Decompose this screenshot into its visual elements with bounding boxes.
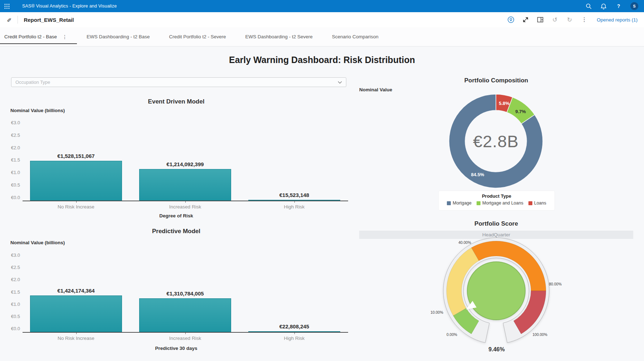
portfolio-score-title: Portfolio Score — [358, 220, 634, 227]
x-axis-tick — [185, 333, 186, 334]
donut-center-total: €2.8B — [473, 131, 519, 151]
tab-ews-dashboarding-t2-severe[interactable]: EWS Dashboarding - t2 Severe — [236, 27, 322, 46]
apps-grid-icon[interactable] — [1, 0, 13, 12]
tab-credit-portfolio-t2-severe[interactable]: Credit Portfolio t2 - Severe — [159, 27, 235, 46]
tab-label: Credit Portfolio t2 - Base — [4, 34, 57, 39]
bar-no-risk-increase[interactable] — [30, 161, 122, 201]
chevron-down-icon — [338, 81, 342, 84]
notifications-bell-icon[interactable] — [600, 3, 607, 9]
y-axis-tick-label: €1.0 — [0, 302, 20, 307]
legend-items: MortgageMortgage and LoansLoans — [439, 201, 555, 206]
tab-label: EWS Dashboarding - t2 Base — [87, 34, 150, 39]
x-axis-tick — [76, 333, 77, 334]
donut-slice-label: 84.5% — [471, 172, 484, 177]
gauge-tick-label: 80.00% — [549, 282, 562, 286]
legend-swatch — [528, 201, 532, 205]
gauge-tick-label: 100.00% — [532, 332, 547, 337]
panel-toggle-icon[interactable] — [537, 16, 544, 23]
x-axis-tick — [294, 333, 295, 334]
tab-label: EWS Dashboarding - t2 Severe — [245, 34, 313, 39]
bar-value-label: €15,523,148 — [248, 192, 341, 198]
chart-title: Predictive Model — [0, 228, 352, 235]
gauge-value: 9.46% — [488, 346, 504, 353]
bar-no-risk-increase[interactable] — [30, 295, 122, 332]
legend-item-mortgage[interactable]: Mortgage — [447, 201, 472, 206]
tab-scenario-comparison[interactable]: Scenario Comparison — [322, 27, 388, 46]
donut-slice-label: 9.7% — [515, 109, 526, 114]
bar-high-risk[interactable] — [248, 331, 340, 332]
legend-item-mortgage-and-loans[interactable]: Mortgage and Loans — [477, 201, 523, 206]
y-axis-tick-label: €2.0 — [0, 145, 20, 150]
tab-credit-portfolio-t2-base[interactable]: Credit Portfolio t2 - Base ⋮ — [0, 27, 77, 46]
tab-menu-icon[interactable]: ⋮ — [62, 34, 67, 40]
portfolio-score-gauge[interactable] — [439, 234, 553, 348]
x-axis-title: Predictive 30 days — [0, 346, 352, 351]
x-axis-category-label: No Risk Increase — [33, 204, 119, 210]
bar-high-risk[interactable] — [248, 200, 340, 201]
undo-icon[interactable]: ↺ — [551, 16, 558, 23]
x-axis-tick — [185, 201, 186, 203]
gauge-tick-label: 0.00% — [447, 332, 457, 337]
x-axis-tick — [294, 201, 295, 203]
x-axis-title: Degree of Risk — [0, 213, 352, 218]
legend-swatch — [477, 201, 480, 205]
fullscreen-expand-icon[interactable] — [522, 16, 529, 23]
y-axis-tick-label: €1.5 — [0, 157, 20, 163]
bar-value-label: €1,424,174,364 — [30, 288, 123, 294]
bar-value-label: €1,528,151,067 — [30, 153, 123, 159]
y-axis-tick-label: €0.5 — [0, 182, 20, 188]
donut-legend: Product Type MortgageMortgage and LoansL… — [439, 191, 555, 210]
x-axis-category-label: High Risk — [252, 204, 337, 210]
y-axis-title: Nominal Value (billions) — [10, 108, 65, 113]
bar-increased-risk[interactable] — [139, 169, 231, 201]
top-app-bar: SAS® Visual Analytics - Explore and Visu… — [0, 0, 644, 12]
y-axis-tick-label: €0.0 — [0, 326, 20, 331]
tab-label: Credit Portfolio t2 - Severe — [169, 34, 226, 39]
report-toolbar-actions: ↺ ↻ ⋮ Opened reports (1) — [507, 16, 638, 23]
legend-label: Mortgage — [453, 201, 472, 206]
donut-measure-label: Nominal Value — [359, 87, 392, 92]
page-title: Early Warning Dashboard: Risk Distributi… — [0, 55, 644, 65]
opened-reports-link[interactable]: Opened reports (1) — [597, 17, 638, 23]
topbar-actions: ? S — [585, 2, 638, 10]
app-title: SAS® Visual Analytics - Explore and Visu… — [22, 4, 117, 9]
y-axis-tick-label: €2.0 — [0, 277, 20, 282]
tab-ews-dashboarding-t2-base[interactable]: EWS Dashboarding - t2 Base — [77, 27, 159, 46]
y-axis-tick-label: €2.5 — [0, 265, 20, 270]
more-options-icon[interactable]: ⋮ — [581, 16, 588, 23]
y-axis-tick-label: €0.0 — [0, 195, 20, 200]
event-driven-model-chart: Event Driven Model Nominal Value (billio… — [0, 97, 352, 223]
portfolio-composition-title: Portfolio Composition — [358, 77, 634, 84]
gauge-tick-label: 40.00% — [458, 240, 471, 245]
x-axis-category-label: High Risk — [252, 336, 337, 341]
help-icon[interactable]: ? — [615, 3, 622, 9]
tab-label: Scenario Comparison — [332, 34, 379, 39]
y-axis-tick-label: €0.5 — [0, 314, 20, 319]
y-axis-tick-label: €3.0 — [0, 252, 20, 258]
x-axis-category-label: No Risk Increase — [33, 336, 119, 341]
legend-title: Product Type — [439, 193, 555, 199]
y-axis-title: Nominal Value (billions) — [10, 240, 65, 245]
legend-label: Loans — [534, 201, 546, 206]
user-avatar[interactable]: S — [630, 2, 638, 10]
donut-slice-label: 5.8% — [499, 101, 509, 106]
bar-value-label: €1,310,784,005 — [139, 290, 232, 297]
toolbar-divider — [18, 16, 18, 24]
sas-visual-analytics-app: SAS® Visual Analytics - Explore and Visu… — [0, 0, 644, 361]
search-icon[interactable] — [585, 3, 592, 9]
x-axis-tick — [76, 201, 77, 203]
occupation-type-dropdown[interactable]: Occupation Type — [11, 77, 346, 87]
legend-swatch — [447, 201, 451, 205]
bar-increased-risk[interactable] — [139, 298, 231, 332]
gauge-tick-label: 10.00% — [430, 310, 443, 314]
gauge-center-kpi[interactable] — [467, 262, 525, 320]
report-page-tabs: Credit Portfolio t2 - Base ⋮ EWS Dashboa… — [0, 27, 644, 47]
apps-grid-glyph — [4, 4, 10, 9]
y-axis-tick-label: €3.0 — [0, 120, 20, 125]
bar-value-label: €1,214,092,399 — [139, 161, 232, 167]
x-axis-category-label: Increased Risk — [142, 204, 228, 210]
edit-pencil-icon[interactable]: ✎ — [6, 17, 13, 22]
insights-hint-icon[interactable] — [507, 16, 514, 23]
legend-item-loans[interactable]: Loans — [528, 201, 546, 206]
redo-icon[interactable]: ↻ — [566, 16, 573, 23]
